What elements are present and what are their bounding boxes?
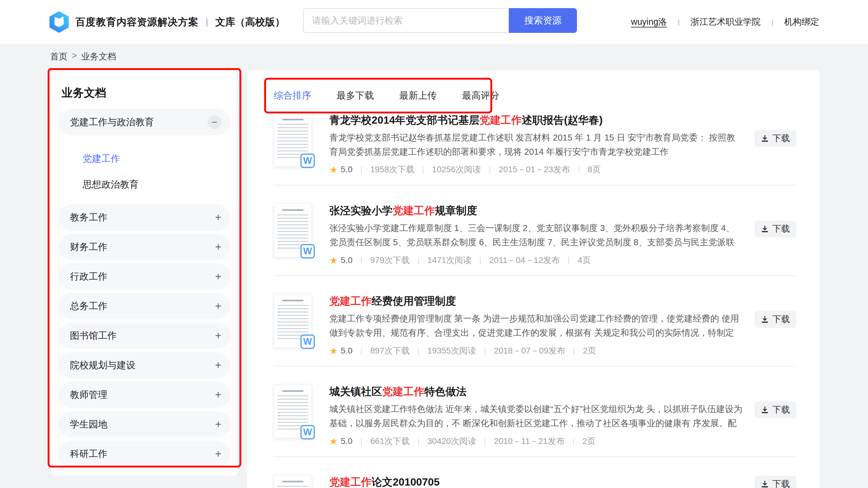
page-count: 8页	[588, 164, 601, 175]
rating-value: 5.0	[341, 255, 352, 265]
sidebar-category-keyan[interactable]: 科研工作 +	[59, 440, 230, 467]
sidebar-subcategories: 党建工作 思想政治教育	[59, 139, 230, 204]
header-separator: |	[772, 18, 773, 26]
publish-date: 2015－01－23发布	[499, 164, 570, 175]
sidebar-title: 业务文档	[62, 85, 230, 100]
download-button[interactable]: 下载	[754, 220, 796, 237]
download-count: 661次下载	[370, 435, 410, 447]
organization-name: 浙江艺术职业学院	[691, 16, 761, 28]
expand-plus-icon[interactable]: +	[215, 419, 221, 430]
download-button[interactable]: 下载	[754, 130, 796, 147]
doc-thumbnail-wrap	[274, 475, 312, 488]
read-count: 10256次阅读	[432, 164, 481, 175]
tab-highest-rated[interactable]: 最高评分	[462, 90, 499, 102]
header-separator: |	[678, 18, 680, 26]
sidebar-category-caiwu[interactable]: 财务工作 +	[59, 234, 230, 260]
highlighted-keyword: 党建工作	[329, 295, 372, 307]
user-area: wuying洛 | 浙江艺术职业学院 | 机构绑定	[631, 0, 819, 44]
expand-plus-icon[interactable]: +	[215, 271, 221, 282]
expand-plus-icon[interactable]: +	[215, 242, 221, 252]
download-area: 下载	[754, 476, 796, 488]
sidebar-category-jiaowu[interactable]: 教务工作 +	[59, 204, 230, 231]
sidebar-category-guihua[interactable]: 院校规划与建设 +	[59, 352, 230, 378]
read-count: 1471次阅读	[427, 254, 471, 266]
result-item: W 城关镇社区党建工作特色做法 城关镇社区党建工作特色做法 近年来，城关镇党委以…	[274, 385, 796, 475]
sidebar-category-zongwu[interactable]: 总务工作 +	[59, 293, 230, 319]
breadcrumb-separator: >	[72, 51, 77, 63]
rating-value: 5.0	[341, 165, 352, 174]
search-input[interactable]	[303, 8, 509, 33]
expand-plus-icon[interactable]: +	[215, 360, 221, 371]
star-icon: ★	[329, 437, 338, 446]
doc-thumbnail-wrap: W	[274, 113, 312, 167]
expand-plus-icon[interactable]: +	[215, 212, 221, 223]
result-title[interactable]: 党建工作经费使用管理制度	[329, 294, 743, 308]
result-item: W 青龙学校2014年党支部书记基层党建工作述职报告(赵华春) 青龙学校党支部书…	[274, 113, 796, 204]
download-button[interactable]: 下载	[754, 476, 796, 488]
result-content: 青龙学校2014年党支部书记基层党建工作述职报告(赵华春) 青龙学校党支部书记赵…	[329, 113, 754, 175]
search-bar: 搜索资源	[303, 8, 577, 33]
rating-value: 5.0	[341, 436, 352, 446]
result-title[interactable]: 党建工作论文20100705	[329, 475, 743, 488]
result-title[interactable]: 张泾实验小学党建工作规章制度	[329, 204, 743, 217]
publish-date: 2018－07－09发布	[494, 345, 565, 357]
sidebar-category-tushuguan[interactable]: 图书馆工作 +	[59, 323, 230, 349]
result-item: W 张泾实验小学党建工作规章制度 张泾实验小学党建工作规章制度 1、三会一课制度…	[274, 204, 796, 294]
download-icon	[761, 225, 769, 233]
expand-plus-icon[interactable]: +	[215, 301, 221, 311]
breadcrumb-home-link[interactable]: 首页	[50, 51, 67, 63]
search-button[interactable]: 搜索资源	[509, 8, 577, 33]
highlighted-keyword: 党建工作	[329, 476, 372, 488]
brand-title: 百度教育内容资源解决方案	[75, 16, 198, 29]
word-doc-badge: W	[300, 244, 315, 258]
sidebar-category-xingzheng[interactable]: 行政工作 +	[59, 263, 230, 290]
sidebar-subitem-sixiang[interactable]: 思想政治教育	[59, 172, 230, 197]
highlighted-keyword: 党建工作	[479, 114, 522, 126]
sidebar-category-party-building[interactable]: 党建工作与政治教育 −	[59, 109, 230, 135]
product-title: 文库（高校版）	[215, 16, 285, 29]
download-count: 979次下载	[370, 254, 410, 266]
download-button[interactable]: 下载	[754, 401, 796, 418]
expand-plus-icon[interactable]: +	[215, 449, 221, 459]
wenku-logo-icon[interactable]	[49, 11, 69, 33]
bind-institution-link[interactable]: 机构绑定	[784, 16, 819, 28]
doc-thumbnail[interactable]	[274, 475, 312, 488]
tab-newest-upload[interactable]: 最新上传	[399, 90, 437, 102]
page-count: 2页	[583, 345, 596, 357]
breadcrumb: 首页 > 业务文档	[50, 51, 116, 63]
result-title[interactable]: 青龙学校2014年党支部书记基层党建工作述职报告(赵华春)	[329, 113, 743, 127]
collapse-minus-icon[interactable]: −	[208, 115, 221, 129]
star-icon: ★	[329, 165, 338, 174]
highlighted-keyword: 党建工作	[393, 205, 435, 216]
download-area: 下载	[754, 311, 796, 328]
sidebar-category-jiaoshi[interactable]: 教师管理 +	[59, 382, 230, 408]
tab-most-downloaded[interactable]: 最多下载	[337, 90, 374, 102]
result-title[interactable]: 城关镇社区党建工作特色做法	[329, 385, 743, 398]
rating-value: 5.0	[341, 346, 352, 356]
word-doc-badge: W	[300, 425, 315, 439]
sidebar-subitem-dangjian[interactable]: 党建工作	[59, 146, 230, 172]
download-icon	[761, 134, 769, 142]
result-meta: ★ 5.0 | 661次下载 | 30420次阅读 | 2010－11－21发布…	[329, 435, 743, 447]
sidebar-category-xuesheng[interactable]: 学生园地 +	[59, 411, 230, 438]
result-meta: ★ 5.0 | 979次下载 | 1471次阅读 | 2011－04－12发布 …	[329, 254, 743, 266]
result-content: 党建工作论文20100705	[329, 475, 754, 488]
download-count: 897次下载	[370, 345, 410, 357]
publish-date: 2010－11－21发布	[494, 435, 565, 447]
result-content: 党建工作经费使用管理制度 党建工作专项经费使用管理制度 第一条 为进一步规范和加…	[329, 294, 754, 357]
download-icon	[761, 480, 769, 488]
download-area: 下载	[754, 220, 796, 237]
word-doc-badge: W	[300, 154, 315, 168]
expand-plus-icon[interactable]: +	[215, 330, 221, 341]
username-link[interactable]: wuying洛	[631, 16, 667, 28]
result-list: W 青龙学校2014年党支部书记基层党建工作述职报告(赵华春) 青龙学校党支部书…	[274, 113, 796, 488]
read-count: 19355次阅读	[427, 345, 476, 357]
brand-divider: |	[206, 17, 208, 27]
result-description: 青龙学校党支部书记赵华春抓基层党建工作述职 发言材料 2015 年 1 月 15…	[329, 131, 743, 159]
expand-plus-icon[interactable]: +	[215, 389, 221, 400]
result-meta: ★ 5.0 | 897次下载 | 19355次阅读 | 2018－07－09发布…	[329, 345, 743, 357]
download-area: 下载	[754, 401, 796, 418]
download-button[interactable]: 下载	[754, 311, 796, 328]
doc-thumbnail-wrap: W	[274, 204, 312, 257]
tab-comprehensive-sort[interactable]: 综合排序	[274, 90, 311, 102]
